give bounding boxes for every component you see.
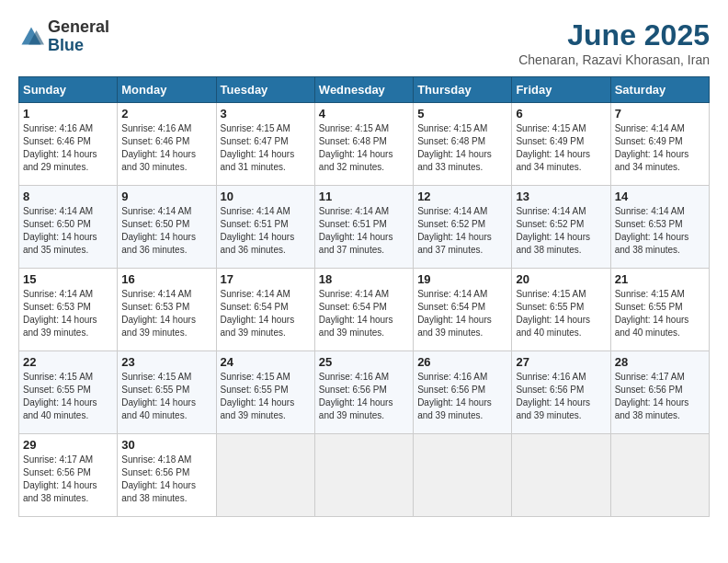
day-info: Sunrise: 4:16 AM Sunset: 6:56 PM Dayligh… — [417, 371, 507, 422]
week-row-5: 29Sunrise: 4:17 AM Sunset: 6:56 PM Dayli… — [19, 434, 710, 517]
calendar-cell: 18Sunrise: 4:14 AM Sunset: 6:54 PM Dayli… — [314, 269, 413, 351]
day-number: 25 — [319, 355, 409, 369]
day-info: Sunrise: 4:15 AM Sunset: 6:55 PM Dayligh… — [221, 371, 311, 422]
day-info: Sunrise: 4:14 AM Sunset: 6:54 PM Dayligh… — [319, 288, 409, 339]
week-row-3: 15Sunrise: 4:14 AM Sunset: 6:53 PM Dayli… — [19, 269, 710, 351]
weekday-header-friday: Friday — [512, 77, 610, 103]
day-info: Sunrise: 4:14 AM Sunset: 6:53 PM Dayligh… — [615, 205, 705, 257]
logo-icon — [18, 24, 44, 50]
calendar-cell: 12Sunrise: 4:14 AM Sunset: 6:52 PM Dayli… — [414, 186, 512, 269]
calendar-cell: 11Sunrise: 4:14 AM Sunset: 6:51 PM Dayli… — [314, 186, 413, 269]
day-number: 30 — [121, 438, 211, 452]
day-number: 26 — [417, 355, 507, 369]
weekday-header-sunday: Sunday — [19, 77, 118, 103]
calendar-cell: 20Sunrise: 4:15 AM Sunset: 6:55 PM Dayli… — [512, 269, 610, 351]
weekday-header-tuesday: Tuesday — [216, 77, 314, 103]
day-info: Sunrise: 4:14 AM Sunset: 6:49 PM Dayligh… — [615, 122, 705, 174]
day-info: Sunrise: 4:15 AM Sunset: 6:55 PM Dayligh… — [615, 288, 705, 339]
day-number: 8 — [23, 190, 113, 203]
calendar-cell: 7Sunrise: 4:14 AM Sunset: 6:49 PM Daylig… — [610, 103, 709, 186]
day-number: 6 — [516, 107, 606, 121]
day-info: Sunrise: 4:17 AM Sunset: 6:56 PM Dayligh… — [615, 371, 705, 422]
calendar-cell: 10Sunrise: 4:14 AM Sunset: 6:51 PM Dayli… — [216, 186, 314, 269]
day-info: Sunrise: 4:14 AM Sunset: 6:51 PM Dayligh… — [221, 205, 311, 257]
calendar-cell: 16Sunrise: 4:14 AM Sunset: 6:53 PM Dayli… — [118, 269, 216, 351]
day-info: Sunrise: 4:15 AM Sunset: 6:48 PM Dayligh… — [319, 122, 409, 174]
day-info: Sunrise: 4:15 AM Sunset: 6:55 PM Dayligh… — [23, 371, 113, 422]
calendar-cell: 5Sunrise: 4:15 AM Sunset: 6:48 PM Daylig… — [414, 103, 512, 186]
day-info: Sunrise: 4:16 AM Sunset: 6:56 PM Dayligh… — [319, 371, 409, 422]
day-info: Sunrise: 4:16 AM Sunset: 6:56 PM Dayligh… — [516, 371, 606, 422]
day-info: Sunrise: 4:15 AM Sunset: 6:49 PM Dayligh… — [516, 122, 606, 174]
calendar-cell — [414, 434, 512, 517]
day-info: Sunrise: 4:15 AM Sunset: 6:48 PM Dayligh… — [417, 122, 507, 174]
day-number: 22 — [23, 355, 113, 369]
calendar-cell: 30Sunrise: 4:18 AM Sunset: 6:56 PM Dayli… — [118, 434, 216, 517]
day-info: Sunrise: 4:15 AM Sunset: 6:47 PM Dayligh… — [221, 122, 311, 174]
calendar-cell: 17Sunrise: 4:14 AM Sunset: 6:54 PM Dayli… — [216, 269, 314, 351]
week-row-1: 1Sunrise: 4:16 AM Sunset: 6:46 PM Daylig… — [19, 103, 710, 186]
day-number: 19 — [417, 272, 507, 286]
month-title: June 2025 — [518, 18, 710, 52]
day-number: 5 — [417, 107, 507, 121]
weekday-header-monday: Monday — [118, 77, 216, 103]
week-row-2: 8Sunrise: 4:14 AM Sunset: 6:50 PM Daylig… — [19, 186, 710, 269]
calendar-cell: 15Sunrise: 4:14 AM Sunset: 6:53 PM Dayli… — [19, 269, 118, 351]
day-number: 20 — [516, 272, 606, 286]
day-info: Sunrise: 4:14 AM Sunset: 6:52 PM Dayligh… — [516, 205, 606, 257]
weekday-header-wednesday: Wednesday — [314, 77, 413, 103]
calendar-cell: 9Sunrise: 4:14 AM Sunset: 6:50 PM Daylig… — [118, 186, 216, 269]
calendar-cell: 27Sunrise: 4:16 AM Sunset: 6:56 PM Dayli… — [512, 351, 610, 434]
calendar-cell: 24Sunrise: 4:15 AM Sunset: 6:55 PM Dayli… — [216, 351, 314, 434]
day-info: Sunrise: 4:14 AM Sunset: 6:54 PM Dayligh… — [417, 288, 507, 339]
calendar-cell — [216, 434, 314, 517]
day-number: 7 — [615, 107, 705, 121]
calendar-cell: 21Sunrise: 4:15 AM Sunset: 6:55 PM Dayli… — [610, 269, 709, 351]
day-info: Sunrise: 4:14 AM Sunset: 6:53 PM Dayligh… — [121, 288, 211, 339]
location-title: Chenaran, Razavi Khorasan, Iran — [518, 52, 710, 67]
day-number: 1 — [23, 107, 113, 121]
calendar-table: SundayMondayTuesdayWednesdayThursdayFrid… — [18, 76, 710, 517]
calendar-cell: 13Sunrise: 4:14 AM Sunset: 6:52 PM Dayli… — [512, 186, 610, 269]
calendar-cell: 6Sunrise: 4:15 AM Sunset: 6:49 PM Daylig… — [512, 103, 610, 186]
day-info: Sunrise: 4:15 AM Sunset: 6:55 PM Dayligh… — [121, 371, 211, 422]
logo-general: General — [48, 17, 109, 36]
calendar-cell: 26Sunrise: 4:16 AM Sunset: 6:56 PM Dayli… — [414, 351, 512, 434]
calendar-cell: 1Sunrise: 4:16 AM Sunset: 6:46 PM Daylig… — [19, 103, 118, 186]
day-number: 14 — [615, 190, 705, 203]
day-number: 27 — [516, 355, 606, 369]
calendar-cell — [314, 434, 413, 517]
day-info: Sunrise: 4:14 AM Sunset: 6:53 PM Dayligh… — [23, 288, 113, 339]
day-number: 23 — [121, 355, 211, 369]
day-number: 3 — [221, 107, 311, 121]
calendar-cell: 8Sunrise: 4:14 AM Sunset: 6:50 PM Daylig… — [19, 186, 118, 269]
title-area: June 2025 Chenaran, Razavi Khorasan, Ira… — [518, 18, 710, 67]
day-info: Sunrise: 4:16 AM Sunset: 6:46 PM Dayligh… — [23, 122, 113, 174]
day-number: 11 — [319, 190, 409, 203]
logo-blue: Blue — [48, 36, 84, 54]
day-info: Sunrise: 4:18 AM Sunset: 6:56 PM Dayligh… — [121, 454, 211, 505]
calendar-cell: 23Sunrise: 4:15 AM Sunset: 6:55 PM Dayli… — [118, 351, 216, 434]
weekday-header-row: SundayMondayTuesdayWednesdayThursdayFrid… — [19, 77, 710, 103]
calendar-cell: 19Sunrise: 4:14 AM Sunset: 6:54 PM Dayli… — [414, 269, 512, 351]
day-number: 9 — [121, 190, 211, 203]
day-number: 18 — [319, 272, 409, 286]
day-number: 12 — [417, 190, 507, 203]
day-info: Sunrise: 4:15 AM Sunset: 6:55 PM Dayligh… — [516, 288, 606, 339]
day-number: 13 — [516, 190, 606, 203]
weekday-header-saturday: Saturday — [610, 77, 709, 103]
day-number: 10 — [221, 190, 311, 203]
calendar-cell: 2Sunrise: 4:16 AM Sunset: 6:46 PM Daylig… — [118, 103, 216, 186]
weekday-header-thursday: Thursday — [414, 77, 512, 103]
day-number: 2 — [121, 107, 211, 121]
day-info: Sunrise: 4:16 AM Sunset: 6:46 PM Dayligh… — [121, 122, 211, 174]
calendar-cell: 14Sunrise: 4:14 AM Sunset: 6:53 PM Dayli… — [610, 186, 709, 269]
day-info: Sunrise: 4:14 AM Sunset: 6:54 PM Dayligh… — [221, 288, 311, 339]
calendar-cell: 22Sunrise: 4:15 AM Sunset: 6:55 PM Dayli… — [19, 351, 118, 434]
calendar-cell — [610, 434, 709, 517]
day-number: 21 — [615, 272, 705, 286]
calendar-cell: 29Sunrise: 4:17 AM Sunset: 6:56 PM Dayli… — [19, 434, 118, 517]
logo-text: General Blue — [48, 18, 109, 55]
day-number: 4 — [319, 107, 409, 121]
day-info: Sunrise: 4:14 AM Sunset: 6:50 PM Dayligh… — [23, 205, 113, 257]
